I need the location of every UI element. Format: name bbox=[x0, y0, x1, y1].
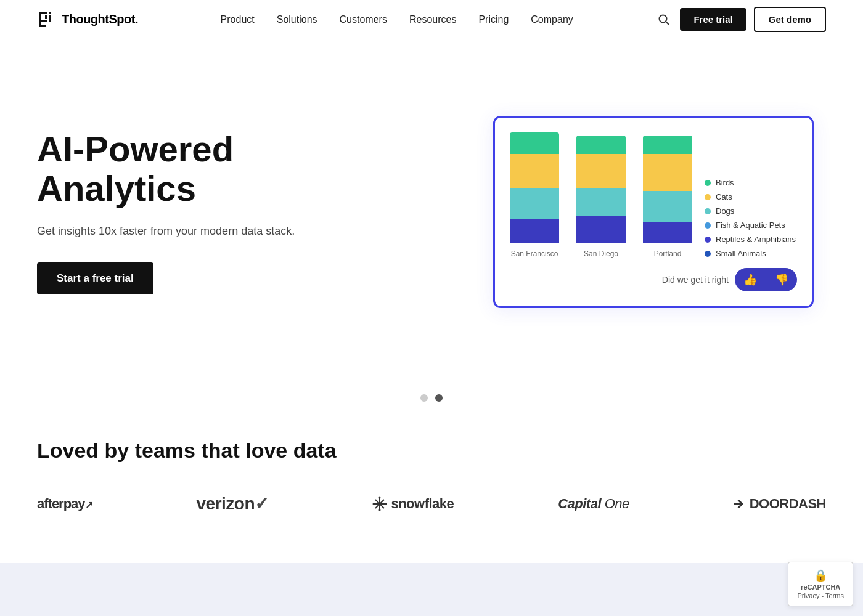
hero-section: AI-Powered Analytics Get insights 10x fa… bbox=[0, 39, 863, 372]
hero-copy: AI-Powered Analytics Get insights 10x fa… bbox=[37, 129, 296, 294]
start-free-trial-button[interactable]: Start a free trial bbox=[37, 262, 153, 294]
doordash-arrow-icon bbox=[734, 500, 746, 508]
svg-rect-6 bbox=[45, 20, 47, 22]
loved-by-section: Loved by teams that love data afterpay↗ … bbox=[0, 402, 863, 563]
hero-chart-area: San Francisco San Diego bbox=[493, 116, 826, 308]
nav-link-pricing[interactable]: Pricing bbox=[478, 14, 509, 25]
chart-card: San Francisco San Diego bbox=[493, 116, 814, 308]
legend-dot-fish bbox=[705, 222, 711, 229]
legend-fish: Fish & Aquatic Pets bbox=[705, 221, 797, 230]
logo-doordash[interactable]: DOORDASH bbox=[734, 496, 826, 512]
legend-dot-small bbox=[705, 251, 711, 257]
bar-segment bbox=[576, 216, 626, 243]
bar-segment bbox=[510, 132, 559, 154]
nav-links: Product Solutions Customers Resources Pr… bbox=[221, 14, 573, 25]
navbar: ThoughtSpot. Product Solutions Customers… bbox=[0, 0, 863, 39]
svg-line-10 bbox=[666, 22, 669, 25]
bar-group-portland: Portland bbox=[643, 136, 692, 258]
logo-snowflake[interactable]: snowflake bbox=[372, 496, 454, 512]
search-button[interactable] bbox=[655, 11, 673, 28]
svg-point-19 bbox=[385, 503, 387, 505]
loved-by-title: Loved by teams that love data bbox=[37, 439, 826, 463]
bar-stack-sf bbox=[510, 132, 559, 243]
thumbs-down-button[interactable]: 👎 bbox=[766, 268, 797, 291]
bar-label-portland: Portland bbox=[654, 249, 682, 258]
bar-segment bbox=[576, 136, 626, 154]
svg-rect-8 bbox=[45, 15, 47, 19]
bar-segment bbox=[643, 191, 692, 222]
recaptcha-widget: 🔒 reCAPTCHA Privacy - Terms bbox=[788, 562, 853, 606]
logo-icon bbox=[37, 10, 57, 30]
carousel-dot-2[interactable] bbox=[435, 394, 443, 402]
nav-link-solutions[interactable]: Solutions bbox=[277, 14, 317, 25]
hero-title: AI-Powered Analytics bbox=[37, 129, 296, 208]
search-icon bbox=[658, 14, 670, 26]
logo-verizon[interactable]: verizon✓ bbox=[196, 493, 268, 514]
svg-rect-4 bbox=[45, 12, 47, 14]
logo-text: ThoughtSpot. bbox=[62, 12, 138, 26]
legend-dot-birds bbox=[705, 180, 711, 186]
bar-segment bbox=[510, 219, 559, 243]
recaptcha-logo: 🔒 bbox=[814, 569, 827, 582]
bottom-section bbox=[0, 563, 863, 616]
svg-point-18 bbox=[373, 503, 375, 505]
bar-segment bbox=[576, 154, 626, 188]
nav-link-customers[interactable]: Customers bbox=[340, 14, 387, 25]
bar-segment bbox=[643, 136, 692, 154]
legend-dogs: Dogs bbox=[705, 206, 797, 216]
feedback-text: Did we get it right bbox=[662, 275, 729, 285]
bar-group-sf: San Francisco bbox=[510, 132, 559, 258]
legend-small-animals: Small Animals bbox=[705, 249, 797, 258]
logo[interactable]: ThoughtSpot. bbox=[37, 10, 138, 30]
bar-segment bbox=[643, 222, 692, 243]
bar-stack-sd bbox=[576, 136, 626, 243]
nav-link-resources[interactable]: Resources bbox=[409, 14, 456, 25]
legend-dot-reptiles bbox=[705, 237, 711, 243]
recaptcha-label: reCAPTCHA bbox=[801, 583, 840, 591]
bar-segment bbox=[510, 154, 559, 188]
nav-link-product[interactable]: Product bbox=[221, 14, 255, 25]
logo-afterpay[interactable]: afterpay↗ bbox=[37, 496, 92, 512]
nav-link-company[interactable]: Company bbox=[531, 14, 573, 25]
legend-dot-dogs bbox=[705, 208, 711, 214]
feedback-buttons[interactable]: 👍 👎 bbox=[735, 268, 797, 291]
bar-group-sd: San Diego bbox=[576, 136, 626, 258]
svg-point-16 bbox=[379, 496, 381, 498]
legend-reptiles: Reptiles & Amphibians bbox=[705, 235, 797, 244]
bar-segment bbox=[576, 188, 626, 216]
bar-stack-portland bbox=[643, 136, 692, 243]
get-demo-button[interactable]: Get demo bbox=[754, 7, 826, 32]
legend-dot-cats bbox=[705, 194, 711, 200]
feedback-row: Did we get it right 👍 👎 bbox=[510, 268, 797, 291]
chart-inner: San Francisco San Diego bbox=[510, 132, 797, 258]
svg-rect-3 bbox=[39, 25, 46, 27]
carousel-dots bbox=[0, 394, 863, 402]
chart-bars: San Francisco San Diego bbox=[510, 132, 692, 258]
legend-cats: Cats bbox=[705, 192, 797, 201]
svg-rect-5 bbox=[49, 12, 51, 14]
hero-subtitle: Get insights 10x faster from your modern… bbox=[37, 222, 296, 240]
bar-label-sd: San Diego bbox=[584, 249, 618, 258]
thumbs-up-button[interactable]: 👍 bbox=[735, 268, 766, 291]
chart-legend: Birds Cats Dogs Fish & Aquatic Pets bbox=[705, 172, 797, 258]
bar-segment bbox=[643, 154, 692, 191]
bar-segment bbox=[510, 188, 559, 219]
logos-row: afterpay↗ verizon✓ snowflake bbox=[37, 493, 826, 514]
logo-capital-one[interactable]: Capital One bbox=[558, 496, 629, 512]
nav-right: Free trial Get demo bbox=[655, 7, 826, 32]
legend-birds: Birds bbox=[705, 178, 797, 187]
free-trial-button[interactable]: Free trial bbox=[680, 8, 746, 31]
bar-label-sf: San Francisco bbox=[511, 249, 558, 258]
svg-point-17 bbox=[379, 509, 381, 511]
carousel-dot-1[interactable] bbox=[420, 394, 428, 402]
recaptcha-subtext: Privacy - Terms bbox=[797, 592, 844, 599]
snowflake-icon bbox=[372, 496, 387, 511]
svg-rect-7 bbox=[49, 15, 51, 22]
